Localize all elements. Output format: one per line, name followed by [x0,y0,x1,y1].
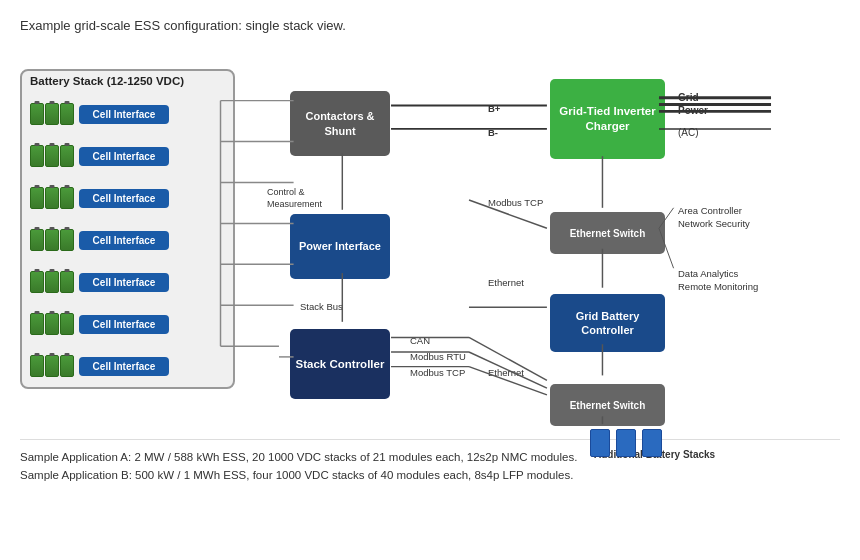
battery-icon-7 [30,355,74,377]
ethernet-bottom-label: Ethernet [488,367,524,378]
ethernet-switch-bottom-box: Ethernet Switch [550,384,665,426]
ethernet-switch-top-box: Ethernet Switch [550,212,665,254]
modbus-tcp-label: Modbus TCP [488,197,543,208]
battery-stack-outer: Battery Stack (12-1250 VDC) Cell Interfa… [20,69,235,389]
can-label: CAN [410,335,430,346]
battery-icon-5 [30,271,74,293]
modbus-rtu-label: Modbus RTU [410,351,466,362]
b-plus-label: B+ [488,103,500,114]
stack-controller-box: Stack Controller [290,329,390,399]
data-analytics-label: Data AnalyticsRemote Monitoring [678,267,758,294]
ac-label: (AC) [678,127,699,138]
grid-power-label: GridPower [678,91,708,117]
stack-bus-label: Stack Bus [300,301,343,312]
page-wrapper: Example grid-scale ESS configuration: si… [0,0,860,560]
area-controller-label: Area ControllerNetwork Security [678,204,750,231]
battery-icon-4 [30,229,74,251]
cell-interface-1: Cell Interface [79,105,169,124]
cell-interface-6: Cell Interface [79,315,169,334]
cell-interface-5: Cell Interface [79,273,169,292]
sample-apps: Sample Application A: 2 MW / 588 kWh ESS… [20,439,840,485]
battery-icon-3 [30,187,74,209]
cell-interface-3: Cell Interface [79,189,169,208]
battery-icon-1 [30,103,74,125]
power-interface-box: Power Interface [290,214,390,279]
battery-stack-title: Battery Stack (12-1250 VDC) [30,75,184,87]
battery-icon-2 [30,145,74,167]
modbus-tcp2-label: Modbus TCP [410,367,465,378]
contactors-box: Contactors & Shunt [290,91,390,156]
page-title: Example grid-scale ESS configuration: si… [20,18,840,33]
battery-icon-6 [30,313,74,335]
sample-app-a: Sample Application A: 2 MW / 588 kWh ESS… [20,448,840,466]
ethernet-top-label: Ethernet [488,277,524,288]
inverter-box: Grid-Tied Inverter Charger [550,79,665,159]
grid-battery-controller-box: Grid Battery Controller [550,294,665,352]
cell-interface-4: Cell Interface [79,231,169,250]
diagram: Battery Stack (12-1250 VDC) Cell Interfa… [20,49,840,429]
cell-interface-7: Cell Interface [79,357,169,376]
cell-interface-2: Cell Interface [79,147,169,166]
control-measurement-label: Control &Measurement [267,187,322,210]
sample-app-b: Sample Application B: 500 kW / 1 MWh ESS… [20,466,840,484]
additional-battery-icons [590,429,662,457]
b-minus-label: B- [488,127,498,138]
